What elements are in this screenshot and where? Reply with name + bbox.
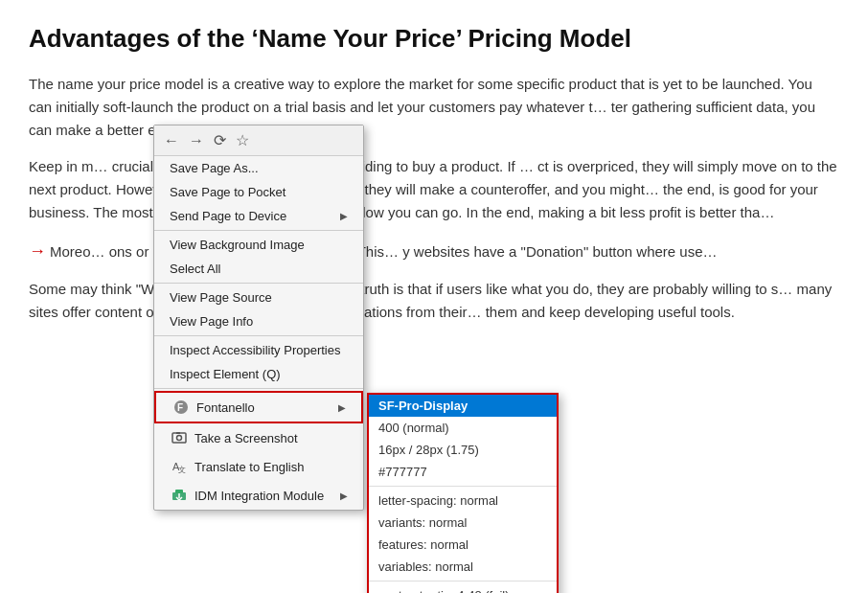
fontanello-sep-1 — [369, 486, 557, 487]
contrast-ratio-item[interactable]: contrast ratio: 4.48 (fail) — [369, 584, 557, 593]
paragraph-2: Keep in m… crucial factors for a custome… — [29, 155, 839, 224]
separator-1 — [154, 230, 363, 231]
variables-item[interactable]: variables: normal — [369, 556, 557, 578]
select-all-label: Select All — [170, 262, 220, 276]
idm-content: IDM Integration Module — [170, 486, 324, 505]
translate-label: Translate to English — [194, 460, 304, 474]
separator-2 — [154, 283, 363, 284]
translate-icon: A 文 — [170, 457, 189, 476]
save-page-pocket-label: Save Page to Pocket — [170, 185, 286, 199]
fontanello-icon: F — [171, 398, 191, 417]
variables-label: variables: normal — [378, 559, 473, 574]
fontanello-submenu: SF-Pro-Display 400 (normal) 16px / 28px … — [367, 393, 559, 593]
font-color-item[interactable]: #777777 — [369, 461, 557, 483]
fontanello-item-content: F Fontanello — [171, 398, 255, 417]
nav-forward[interactable]: → — [189, 132, 204, 149]
svg-rect-2 — [172, 433, 186, 443]
screenshot-icon — [170, 428, 189, 447]
view-page-info-item[interactable]: View Page Info — [154, 309, 363, 333]
fontanello-sep-2 — [369, 581, 557, 582]
separator-4 — [154, 388, 363, 389]
view-background-image-item[interactable]: View Background Image — [154, 233, 363, 257]
save-page-as-label: Save Page As... — [170, 161, 259, 175]
page-content: Advantages of the ‘Name Your Price’ Pric… — [0, 0, 868, 356]
contrast-ratio-label: contrast ratio: 4.48 (fail) — [378, 588, 510, 593]
idm-item[interactable]: IDM Integration Module — [154, 481, 363, 510]
take-screenshot-item[interactable]: Take a Screenshot — [154, 423, 363, 452]
save-page-pocket-item[interactable]: Save Page to Pocket — [154, 180, 363, 204]
send-page-device-item[interactable]: Send Page to Device — [154, 204, 363, 228]
font-color-label: #777777 — [378, 465, 427, 479]
view-page-source-item[interactable]: View Page Source — [154, 285, 363, 309]
nav-reload[interactable]: ⟳ — [214, 131, 226, 149]
font-size-item[interactable]: 16px / 28px (1.75) — [369, 439, 557, 461]
nav-back[interactable]: ← — [164, 132, 179, 149]
inspect-element-label: Inspect Element (Q) — [170, 367, 281, 381]
inspect-accessibility-item[interactable]: Inspect Accessibility Properties — [154, 338, 363, 362]
variants-item[interactable]: variants: normal — [369, 512, 557, 534]
features-label: features: normal — [378, 537, 468, 552]
idm-icon — [170, 486, 189, 505]
nav-bookmark[interactable]: ☆ — [236, 131, 249, 149]
red-arrow: → — [29, 241, 46, 261]
page-title: Advantages of the ‘Name Your Price’ Pric… — [29, 19, 839, 59]
inspect-element-item[interactable]: Inspect Element (Q) — [154, 362, 363, 386]
letter-spacing-label: letter-spacing: normal — [378, 493, 498, 508]
take-screenshot-content: Take a Screenshot — [170, 428, 298, 447]
select-all-item[interactable]: Select All — [154, 257, 363, 281]
fontanello-item[interactable]: F Fontanello SF-Pro-Display 400 (normal)… — [154, 391, 363, 423]
svg-point-3 — [177, 436, 182, 441]
view-page-info-label: View Page Info — [170, 314, 253, 329]
font-size-label: 16px / 28px (1.75) — [378, 443, 479, 457]
svg-text:F: F — [177, 402, 183, 413]
separator-3 — [154, 335, 363, 336]
svg-rect-8 — [175, 490, 183, 493]
paragraph-4: Some may think "Why would someone pa… bu… — [29, 278, 839, 324]
take-screenshot-label: Take a Screenshot — [194, 431, 298, 445]
send-page-device-label: Send Page to Device — [170, 209, 286, 223]
context-menu-nav: ← → ⟳ ☆ — [154, 125, 363, 156]
context-menu: ← → ⟳ ☆ Save Page As... Save Page to Poc… — [153, 125, 364, 511]
fontanello-label: Fontanello — [196, 400, 255, 415]
idm-label: IDM Integration Module — [194, 489, 324, 503]
translate-content: A 文 Translate to English — [170, 457, 304, 476]
view-page-source-label: View Page Source — [170, 290, 272, 305]
font-name-label: SF-Pro-Display — [378, 399, 468, 413]
save-page-as-item[interactable]: Save Page As... — [154, 156, 363, 180]
variants-label: variants: normal — [378, 515, 467, 530]
svg-rect-4 — [176, 432, 180, 434]
font-weight-label: 400 (normal) — [378, 421, 449, 435]
font-weight-item[interactable]: 400 (normal) — [369, 417, 557, 439]
features-item[interactable]: features: normal — [369, 534, 557, 556]
translate-english-item[interactable]: A 文 Translate to English — [154, 452, 363, 481]
svg-text:文: 文 — [178, 466, 186, 474]
paragraph-3: →Moreo… ons or run fundraisers from your… — [29, 238, 839, 265]
view-background-image-label: View Background Image — [170, 238, 305, 252]
paragraph-1: The name your price model is a creative … — [29, 73, 839, 142]
inspect-accessibility-label: Inspect Accessibility Properties — [170, 343, 340, 357]
font-name-item[interactable]: SF-Pro-Display — [369, 395, 557, 417]
letter-spacing-item[interactable]: letter-spacing: normal — [369, 490, 557, 512]
